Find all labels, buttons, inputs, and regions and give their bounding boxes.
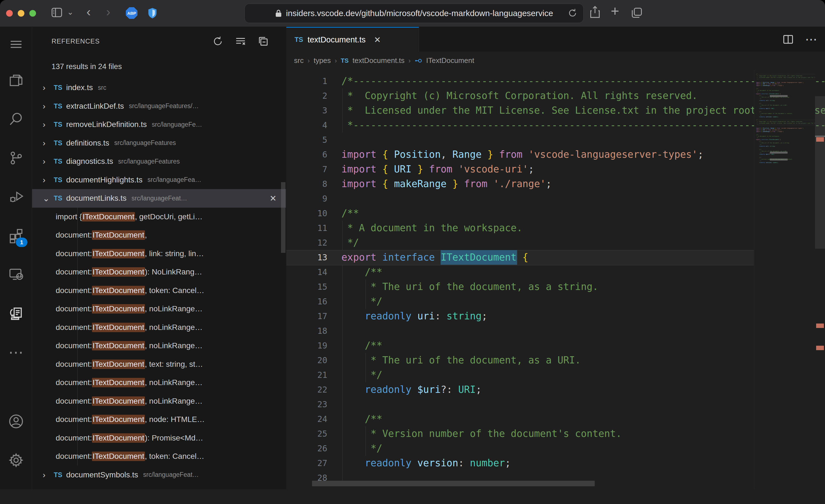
tab-textdocument[interactable]: TS textDocument.ts ✕ <box>286 27 419 52</box>
reference-result-row[interactable]: document: ITextDocument, noLinkRange… <box>32 300 286 318</box>
file-result-row[interactable]: ›TSdocumentSymbols.tssrc/languageFeat… <box>32 466 286 484</box>
reference-result-row[interactable]: document: ITextDocument, noLinkRange… <box>32 337 286 355</box>
file-name: documentLinks.ts <box>66 194 127 203</box>
sidebar-scrollbar[interactable] <box>281 182 286 253</box>
reference-result-row[interactable]: document: ITextDocument, token: Cancel… <box>32 447 286 466</box>
new-tab-button[interactable]: + <box>611 4 619 18</box>
overview-match-marker <box>816 346 824 350</box>
chevron-right-icon[interactable]: › <box>43 101 50 111</box>
match-highlight: ITextDocument <box>92 249 145 259</box>
line-number: 18 <box>286 323 327 338</box>
tab-close-icon[interactable]: ✕ <box>374 35 381 45</box>
reference-result-row[interactable]: document: ITextDocument, noLinkRange… <box>32 392 286 411</box>
reference-result-row[interactable]: document: ITextDocument, noLinkRange… <box>32 373 286 392</box>
minimap-content: /*--------------------------------------… <box>754 73 815 119</box>
editor-scrollbar[interactable] <box>815 70 825 490</box>
chevron-down-icon[interactable]: ⌄ <box>43 194 50 203</box>
minimap[interactable]: /*--------------------------------------… <box>754 70 815 490</box>
dismiss-icon[interactable]: ✕ <box>270 194 277 203</box>
match-highlight: ITextDocument <box>92 378 145 387</box>
chevron-right-icon[interactable]: › <box>43 120 50 129</box>
account-icon[interactable] <box>0 406 32 437</box>
match-highlight: ITextDocument <box>82 212 135 221</box>
reference-result-row[interactable]: document: ITextDocument, link: string, l… <box>32 244 286 263</box>
tab-overview-icon[interactable] <box>631 7 643 19</box>
reload-icon[interactable] <box>567 8 578 18</box>
more-views-ellipsis-icon[interactable]: ⋯ <box>0 337 32 367</box>
refresh-icon[interactable] <box>212 35 224 48</box>
lock-icon <box>275 9 282 17</box>
extensions-icon[interactable]: 1 <box>0 220 32 251</box>
line-number: 21 <box>286 368 327 382</box>
shield-extension-icon[interactable] <box>146 7 158 19</box>
collapse-all-icon[interactable] <box>257 35 270 48</box>
ts-file-icon: TS <box>54 194 62 202</box>
file-path: src/languageFeatures <box>118 158 179 165</box>
reference-result-row[interactable]: import { ITextDocument, getDocUri, getLi… <box>32 208 286 226</box>
reference-result-row[interactable]: document: ITextDocument): Promise<Md… <box>32 429 286 447</box>
reference-result-row[interactable]: document: ITextDocument): NoLinkRang… <box>32 263 286 281</box>
file-result-row[interactable]: ›TSdocumentHighlights.tssrc/languageFea… <box>32 171 286 189</box>
match-highlight: ITextDocument <box>92 452 145 461</box>
file-result-row[interactable]: ›TSextractLinkDef.tssrc/languageFeatures… <box>32 97 286 116</box>
chevron-right-icon[interactable]: › <box>43 157 50 166</box>
run-debug-icon[interactable] <box>0 182 32 212</box>
forward-button[interactable]: › <box>106 4 110 19</box>
source-control-icon[interactable] <box>0 143 32 173</box>
file-path: src <box>98 84 106 91</box>
back-button[interactable]: ‹ <box>86 4 91 19</box>
editor-actions-ellipsis-icon[interactable]: ⋯ <box>805 37 817 42</box>
split-editor-icon[interactable] <box>782 33 794 45</box>
reference-result-row[interactable]: document: ITextDocument, node: HTMLE… <box>32 410 286 429</box>
breadcrumb-file[interactable]: textDocument.ts <box>353 56 404 65</box>
references-view-icon[interactable] <box>0 298 32 329</box>
file-result-row[interactable]: ›TSindex.tssrc <box>32 78 286 97</box>
breadcrumb-types[interactable]: types <box>314 56 331 65</box>
horizontal-scrollbar[interactable] <box>312 481 595 486</box>
file-result-row[interactable]: ›TSdefinitions.tssrc/languageFeatures <box>32 134 286 152</box>
file-path: src/languageFe… <box>152 121 202 128</box>
remote-explorer-icon[interactable] <box>0 259 32 290</box>
sidebar-toggle-icon[interactable] <box>51 6 63 19</box>
sidebar-dropdown-chevron-icon[interactable]: ⌄ <box>67 5 73 19</box>
interface-symbol-icon <box>415 57 422 65</box>
file-path: src/languageFeatures/… <box>129 102 199 110</box>
reference-result-row[interactable]: document: ITextDocument, text: string, s… <box>32 355 286 374</box>
breadcrumb-symbol[interactable]: ITextDocument <box>426 56 474 65</box>
breadcrumb-src[interactable]: src <box>294 56 304 65</box>
minimap-content: /*--------------------------------------… <box>754 119 815 165</box>
line-number: 14 <box>286 265 327 279</box>
file-result-row[interactable]: ›TSremoveLinkDefinition.tssrc/languageFe… <box>32 115 286 134</box>
file-result-row[interactable]: ›TSdiagnostics.tssrc/languageFeatures <box>32 152 286 171</box>
code-editor[interactable]: 1234567891011121314151617181920212223242… <box>286 70 825 490</box>
reference-result-row[interactable]: document: ITextDocument, <box>32 226 286 244</box>
search-icon[interactable] <box>0 104 32 134</box>
file-path: src/languageFeatures <box>114 139 176 147</box>
line-number: 13 <box>286 250 327 265</box>
window-close-button[interactable] <box>6 10 13 17</box>
file-result-row[interactable]: ⌄TSdocumentLinks.tssrc/languageFeat…✕ <box>32 189 286 208</box>
clear-all-icon[interactable] <box>234 35 247 48</box>
address-bar[interactable]: insiders.vscode.dev/github/microsoft/vsc… <box>244 4 584 23</box>
tab-title: textDocument.ts <box>308 35 366 44</box>
menu-hamburger-icon[interactable] <box>0 29 32 60</box>
editor-group: TS textDocument.ts ✕ ⋯ src › types <box>286 27 825 489</box>
window-minimize-button[interactable] <box>18 10 24 17</box>
reference-result-row[interactable]: document: ITextDocument, noLinkRange… <box>32 318 286 337</box>
activity-bar: 1 ⋯ <box>0 27 32 489</box>
line-number: 8 <box>286 176 327 191</box>
share-icon[interactable] <box>589 6 601 19</box>
chevron-right-icon[interactable]: › <box>43 470 50 480</box>
scrollbar-thumb[interactable] <box>815 96 825 249</box>
adblock-extension-icon[interactable]: ABP <box>126 7 138 19</box>
chevron-right-icon[interactable]: › <box>43 175 50 185</box>
chevron-right-icon[interactable]: › <box>43 83 50 92</box>
explorer-icon[interactable] <box>0 65 32 96</box>
window-zoom-button[interactable] <box>29 10 36 17</box>
screen: ⌄ ‹ › ABP insiders.vscode.dev/github/mic… <box>0 0 825 504</box>
overview-ruler-mark <box>815 136 825 137</box>
settings-gear-icon[interactable] <box>0 445 32 476</box>
reference-result-row[interactable]: document: ITextDocument, token: Cancel… <box>32 281 286 300</box>
chevron-right-icon[interactable]: › <box>43 138 50 148</box>
code-line: import { URI } from 'vscode-uri'; <box>342 162 534 176</box>
